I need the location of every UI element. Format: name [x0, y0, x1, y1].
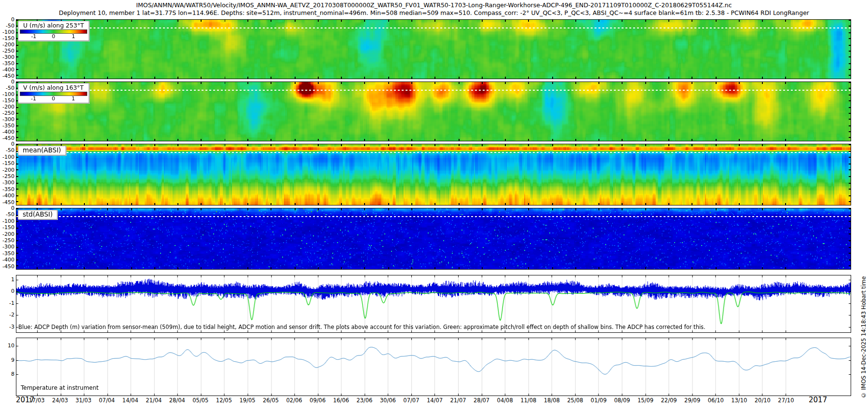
x-tick-label: 04/08: [497, 397, 513, 404]
y-tick-label: 0: [0, 17, 14, 23]
y-tick-label: -450: [0, 73, 14, 79]
x-tick-label: 27/10: [778, 397, 794, 404]
y-tick-label: -200: [0, 42, 14, 48]
x-tick-label: 25/08: [567, 397, 583, 404]
y-tick-label: -150: [0, 36, 14, 41]
year-label-right: 2017: [809, 396, 827, 404]
x-tick-label: 19/05: [239, 397, 255, 404]
x-tick-label: 18/08: [544, 397, 560, 404]
panel-depth-variation: Blue: ADCP Depth (m) variation from sens…: [16, 275, 851, 333]
y-tick-label: -200: [0, 167, 14, 173]
legend-v-title: V (m/s) along 163°T: [18, 83, 89, 91]
depth-variation-annotation: Blue: ADCP Depth (m) variation from sens…: [18, 324, 705, 330]
y-tick-label: -250: [0, 110, 14, 116]
y-tick-label: 0: [0, 141, 14, 147]
y-tick-label: -50: [0, 212, 14, 218]
y-tick-label: 0: [0, 79, 14, 85]
y-tick-label: -50: [0, 85, 14, 91]
y-tick-label: -100: [0, 29, 14, 35]
figure-title: IMOS/ANMN/WA/WATR50/Velocity/IMOS_ANMN-W…: [0, 1, 868, 9]
y-tick-label: -100: [0, 92, 14, 97]
panel-temperature: Temperature at instrument: [16, 338, 851, 396]
x-tick-label: 24/03: [52, 397, 68, 404]
y-tick-label: -50: [0, 23, 14, 29]
x-tick-label: 26/05: [263, 397, 279, 404]
x-tick-label: 02/06: [286, 397, 302, 404]
y-tick-label: -100: [0, 219, 14, 224]
colorbar-tick-label: 1: [71, 96, 75, 102]
x-tick-label: 23/06: [356, 397, 372, 404]
x-tick-label: 01/09: [591, 397, 607, 404]
colorbar-tick-label: 1: [72, 33, 75, 40]
y-tick-label: -100: [0, 154, 14, 160]
colorbar-tick-label: -1: [31, 96, 36, 102]
y-tick-label: -450: [0, 264, 14, 270]
std-absi-heatmap: [16, 208, 851, 269]
y-tick-label: -400: [0, 67, 14, 73]
y-tick-label: -150: [0, 225, 14, 231]
y-tick-label: -2: [0, 312, 14, 318]
std-absi-label: std(ABSI): [18, 210, 57, 219]
colorbar-v: -101: [20, 92, 87, 103]
y-tick-label: -250: [0, 48, 14, 54]
y-tick-label: 8: [0, 371, 14, 377]
colorbar-u: -101: [20, 29, 87, 41]
panel-std-absi: std(ABSI): [16, 208, 851, 270]
mean-absi-label: mean(ABSI): [18, 146, 66, 155]
x-tick-label: 21/07: [450, 397, 466, 404]
x-tick-label: 22/09: [661, 397, 677, 404]
y-tick-label: -150: [0, 161, 14, 166]
y-tick-label: -450: [0, 136, 14, 141]
y-tick-label: -300: [0, 180, 14, 186]
y-tick-label: -250: [0, 238, 14, 244]
x-tick-label: 12/05: [216, 397, 232, 404]
colorbar-tick-label: -1: [31, 33, 36, 40]
x-tick-label: 07/04: [99, 397, 115, 404]
adcp-figure: IMOS/ANMN/WA/WATR50/Velocity/IMOS_ANMN-W…: [0, 0, 868, 410]
x-tick-label: 28/04: [169, 397, 185, 404]
y-tick-label: 9: [0, 357, 14, 363]
v-velocity-heatmap: [16, 82, 851, 141]
x-tick-label: 14/04: [122, 397, 138, 404]
y-tick-label: -300: [0, 55, 14, 60]
y-tick-label: -350: [0, 187, 14, 192]
x-tick-label: 30/06: [380, 397, 396, 404]
y-tick-label: -50: [0, 148, 14, 153]
mean-absi-heatmap: [16, 144, 851, 205]
y-tick-label: -250: [0, 174, 14, 179]
x-tick-label: 08/09: [614, 397, 630, 404]
x-tick-label: 17/03: [28, 397, 44, 404]
y-tick-label: -200: [0, 104, 14, 110]
temperature-label: Temperature at instrument: [21, 384, 99, 391]
y-tick-label: -1: [0, 301, 14, 306]
x-tick-label: 11/08: [520, 397, 536, 404]
colorbar-tick-label: 0: [52, 96, 55, 102]
x-tick-label: 15/09: [637, 397, 653, 404]
y-tick-label: -300: [0, 244, 14, 250]
x-tick-label: 05/05: [192, 397, 208, 404]
figure-subtitle: Deployment 10, member 1 lat=31.77S lon=1…: [0, 9, 868, 16]
y-tick-label: -200: [0, 232, 14, 237]
legend-u-title: U (m/s) along 253°T: [18, 21, 89, 29]
y-tick-label: -150: [0, 98, 14, 104]
imos-watermark: © IMOS 14-Dec-2025 14:18:43 Hobart time: [860, 231, 867, 398]
panel-u-velocity: U (m/s) along 253°T -101: [16, 19, 851, 79]
y-tick-label: -350: [0, 123, 14, 129]
x-tick-label: 13/10: [731, 397, 747, 404]
x-tick-label: 29/09: [684, 397, 700, 404]
y-tick-label: -300: [0, 117, 14, 123]
y-tick-label: 10: [0, 343, 14, 349]
x-tick-label: 06/10: [708, 397, 724, 404]
y-tick-label: 1: [0, 277, 14, 283]
temperature-plot: [16, 338, 851, 396]
y-tick-label: -450: [0, 200, 14, 205]
y-tick-label: -350: [0, 251, 14, 257]
y-tick-label: 0: [0, 288, 14, 294]
x-tick-label: 28/07: [474, 397, 489, 404]
y-tick-label: -350: [0, 61, 14, 67]
x-tick-label: 14/07: [427, 397, 443, 404]
u-velocity-heatmap: [16, 20, 851, 79]
x-tick-label: 09/06: [310, 397, 326, 404]
y-tick-label: 0: [0, 205, 14, 211]
x-tick-label: 16/06: [333, 397, 349, 404]
